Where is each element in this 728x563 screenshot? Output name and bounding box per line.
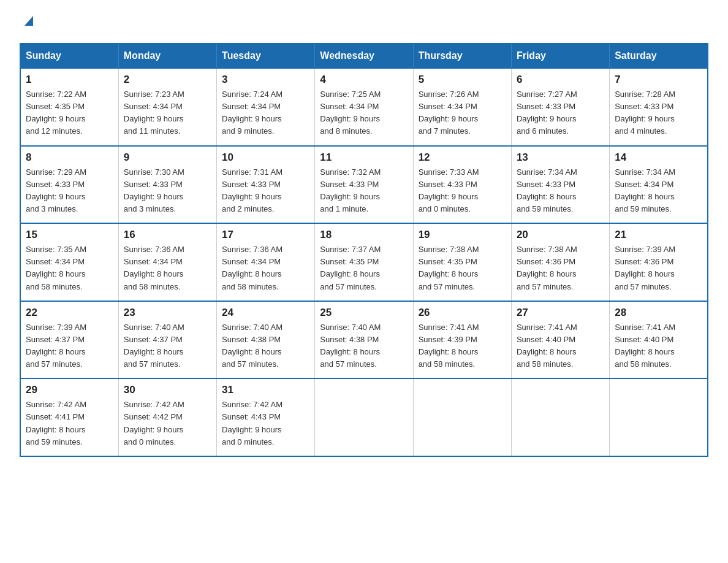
day-number: 10	[222, 151, 309, 164]
day-info: Sunrise: 7:36 AMSunset: 4:34 PMDaylight:…	[124, 243, 211, 293]
day-info: Sunrise: 7:31 AMSunset: 4:33 PMDaylight:…	[222, 166, 309, 216]
day-number: 4	[320, 74, 408, 86]
day-info: Sunrise: 7:30 AMSunset: 4:33 PMDaylight:…	[124, 166, 211, 216]
day-number: 11	[320, 151, 408, 164]
day-info: Sunrise: 7:42 AMSunset: 4:41 PMDaylight:…	[26, 399, 113, 448]
calendar-cell: 27Sunrise: 7:41 AMSunset: 4:40 PMDayligh…	[511, 301, 609, 379]
header-sunday: Sunday	[20, 44, 118, 68]
day-number: 23	[124, 307, 211, 319]
day-info: Sunrise: 7:33 AMSunset: 4:33 PMDaylight:…	[419, 166, 506, 216]
svg-marker-0	[25, 16, 33, 26]
calendar-cell: 5Sunrise: 7:26 AMSunset: 4:34 PMDaylight…	[413, 68, 511, 146]
header-monday: Monday	[118, 44, 216, 68]
calendar-header: SundayMondayTuesdayWednesdayThursdayFrid…	[20, 44, 708, 68]
day-number: 18	[320, 229, 408, 241]
day-info: Sunrise: 7:41 AMSunset: 4:40 PMDaylight:…	[517, 321, 604, 371]
calendar-cell: 23Sunrise: 7:40 AMSunset: 4:37 PMDayligh…	[118, 301, 216, 379]
header-friday: Friday	[511, 44, 609, 68]
day-info: Sunrise: 7:35 AMSunset: 4:34 PMDaylight:…	[26, 243, 113, 293]
calendar-cell: 7Sunrise: 7:28 AMSunset: 4:33 PMDaylight…	[610, 68, 708, 146]
day-info: Sunrise: 7:39 AMSunset: 4:37 PMDaylight:…	[26, 321, 113, 371]
calendar-cell: 29Sunrise: 7:42 AMSunset: 4:41 PMDayligh…	[20, 378, 118, 456]
day-info: Sunrise: 7:24 AMSunset: 4:34 PMDaylight:…	[222, 88, 309, 138]
calendar-cell	[610, 378, 708, 456]
calendar-cell: 22Sunrise: 7:39 AMSunset: 4:37 PMDayligh…	[20, 301, 118, 379]
calendar-body: 1Sunrise: 7:22 AMSunset: 4:35 PMDaylight…	[20, 68, 708, 456]
calendar-week-row: 8Sunrise: 7:29 AMSunset: 4:33 PMDaylight…	[20, 146, 708, 224]
calendar-cell: 17Sunrise: 7:36 AMSunset: 4:34 PMDayligh…	[217, 223, 315, 301]
day-info: Sunrise: 7:28 AMSunset: 4:33 PMDaylight:…	[615, 88, 702, 138]
calendar-cell: 20Sunrise: 7:38 AMSunset: 4:36 PMDayligh…	[511, 223, 609, 301]
day-info: Sunrise: 7:41 AMSunset: 4:39 PMDaylight:…	[419, 321, 506, 371]
day-info: Sunrise: 7:26 AMSunset: 4:34 PMDaylight:…	[419, 88, 506, 138]
day-number: 9	[124, 151, 211, 164]
day-number: 7	[615, 74, 702, 86]
day-info: Sunrise: 7:38 AMSunset: 4:35 PMDaylight:…	[419, 243, 506, 293]
header-wednesday: Wednesday	[315, 44, 413, 68]
calendar-cell: 26Sunrise: 7:41 AMSunset: 4:39 PMDayligh…	[413, 301, 511, 379]
calendar-cell: 30Sunrise: 7:42 AMSunset: 4:42 PMDayligh…	[118, 378, 216, 456]
day-number: 22	[26, 307, 113, 319]
header-thursday: Thursday	[413, 44, 511, 68]
day-info: Sunrise: 7:34 AMSunset: 4:34 PMDaylight:…	[615, 166, 702, 216]
day-info: Sunrise: 7:22 AMSunset: 4:35 PMDaylight:…	[26, 88, 113, 138]
day-number: 1	[26, 74, 113, 86]
calendar-week-row: 29Sunrise: 7:42 AMSunset: 4:41 PMDayligh…	[20, 378, 708, 456]
day-number: 3	[222, 74, 309, 86]
day-number: 15	[26, 229, 113, 241]
day-number: 8	[26, 151, 113, 164]
calendar-cell: 1Sunrise: 7:22 AMSunset: 4:35 PMDaylight…	[20, 68, 118, 146]
day-info: Sunrise: 7:41 AMSunset: 4:40 PMDaylight:…	[615, 321, 702, 371]
day-number: 21	[615, 229, 702, 241]
calendar-cell: 31Sunrise: 7:42 AMSunset: 4:43 PMDayligh…	[217, 378, 315, 456]
logo-triangle-icon	[22, 13, 36, 27]
day-number: 12	[419, 151, 506, 164]
day-number: 28	[615, 307, 702, 319]
day-number: 25	[320, 307, 408, 319]
calendar-cell: 9Sunrise: 7:30 AMSunset: 4:33 PMDaylight…	[118, 146, 216, 224]
day-number: 30	[124, 384, 211, 396]
day-number: 31	[222, 384, 309, 396]
day-number: 6	[517, 74, 604, 86]
logo	[20, 15, 36, 31]
calendar-cell: 11Sunrise: 7:32 AMSunset: 4:33 PMDayligh…	[315, 146, 413, 224]
day-number: 13	[517, 151, 604, 164]
day-info: Sunrise: 7:25 AMSunset: 4:34 PMDaylight:…	[320, 88, 408, 138]
calendar-cell: 4Sunrise: 7:25 AMSunset: 4:34 PMDaylight…	[315, 68, 413, 146]
day-info: Sunrise: 7:40 AMSunset: 4:38 PMDaylight:…	[222, 321, 309, 371]
calendar-week-row: 1Sunrise: 7:22 AMSunset: 4:35 PMDaylight…	[20, 68, 708, 146]
day-info: Sunrise: 7:34 AMSunset: 4:33 PMDaylight:…	[517, 166, 604, 216]
day-info: Sunrise: 7:29 AMSunset: 4:33 PMDaylight:…	[26, 166, 113, 216]
calendar-cell: 19Sunrise: 7:38 AMSunset: 4:35 PMDayligh…	[413, 223, 511, 301]
day-number: 2	[124, 74, 211, 86]
calendar-cell	[315, 378, 413, 456]
day-number: 20	[517, 229, 604, 241]
day-number: 24	[222, 307, 309, 319]
calendar-cell: 21Sunrise: 7:39 AMSunset: 4:36 PMDayligh…	[610, 223, 708, 301]
day-number: 26	[419, 307, 506, 319]
day-header-row: SundayMondayTuesdayWednesdayThursdayFrid…	[20, 44, 708, 68]
calendar-cell: 14Sunrise: 7:34 AMSunset: 4:34 PMDayligh…	[610, 146, 708, 224]
day-info: Sunrise: 7:40 AMSunset: 4:37 PMDaylight:…	[124, 321, 211, 371]
day-number: 17	[222, 229, 309, 241]
day-info: Sunrise: 7:42 AMSunset: 4:42 PMDaylight:…	[124, 399, 211, 448]
day-number: 5	[419, 74, 506, 86]
day-info: Sunrise: 7:27 AMSunset: 4:33 PMDaylight:…	[517, 88, 604, 138]
calendar-cell: 15Sunrise: 7:35 AMSunset: 4:34 PMDayligh…	[20, 223, 118, 301]
day-info: Sunrise: 7:32 AMSunset: 4:33 PMDaylight:…	[320, 166, 408, 216]
calendar-cell: 28Sunrise: 7:41 AMSunset: 4:40 PMDayligh…	[610, 301, 708, 379]
calendar-cell	[413, 378, 511, 456]
calendar-cell: 10Sunrise: 7:31 AMSunset: 4:33 PMDayligh…	[217, 146, 315, 224]
day-info: Sunrise: 7:40 AMSunset: 4:38 PMDaylight:…	[320, 321, 408, 371]
calendar-cell: 12Sunrise: 7:33 AMSunset: 4:33 PMDayligh…	[413, 146, 511, 224]
calendar-cell	[511, 378, 609, 456]
calendar-week-row: 22Sunrise: 7:39 AMSunset: 4:37 PMDayligh…	[20, 301, 708, 379]
day-number: 19	[419, 229, 506, 241]
calendar-cell: 6Sunrise: 7:27 AMSunset: 4:33 PMDaylight…	[511, 68, 609, 146]
calendar-cell: 25Sunrise: 7:40 AMSunset: 4:38 PMDayligh…	[315, 301, 413, 379]
calendar-week-row: 15Sunrise: 7:35 AMSunset: 4:34 PMDayligh…	[20, 223, 708, 301]
calendar-table: SundayMondayTuesdayWednesdayThursdayFrid…	[20, 43, 708, 457]
day-info: Sunrise: 7:37 AMSunset: 4:35 PMDaylight:…	[320, 243, 408, 293]
day-info: Sunrise: 7:23 AMSunset: 4:34 PMDaylight:…	[124, 88, 211, 138]
calendar-cell: 8Sunrise: 7:29 AMSunset: 4:33 PMDaylight…	[20, 146, 118, 224]
